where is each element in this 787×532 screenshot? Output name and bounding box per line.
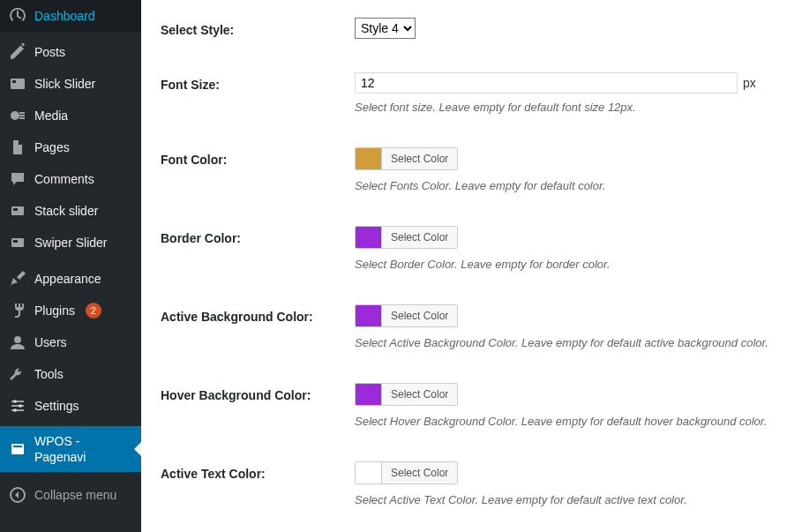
font-size-input[interactable]	[355, 72, 738, 94]
font-color-label: Font Color:	[161, 147, 355, 167]
sidebar-item-label: Appearance	[34, 271, 101, 287]
border-color-picker[interactable]: Select Color	[355, 226, 458, 249]
sidebar-item-settings[interactable]: Settings	[0, 390, 141, 422]
font-color-swatch	[356, 148, 382, 169]
stack-slider-icon	[9, 202, 26, 220]
hover-bg-desc: Select Hover Background Color. Leave emp…	[355, 415, 769, 428]
sidebar-item-swiper-slider[interactable]: Swiper Slider	[0, 227, 141, 259]
sidebar-item-slick-slider[interactable]: Slick Slider	[0, 68, 141, 100]
slick-slider-icon	[9, 75, 26, 93]
svg-rect-4	[13, 208, 18, 211]
sidebar-item-label: Dashboard	[34, 8, 95, 24]
border-color-button[interactable]: Select Color	[382, 227, 457, 248]
sidebar-item-label: WPOS - Pagenavi	[34, 433, 134, 465]
users-icon	[9, 333, 26, 351]
border-color-swatch	[356, 227, 382, 248]
font-color-desc: Select Fonts Color. Leave empty for defa…	[355, 179, 769, 192]
hover-bg-swatch	[356, 384, 382, 405]
sidebar-item-appearance[interactable]: Appearance	[0, 263, 141, 295]
sidebar-collapse[interactable]: Collapse menu	[0, 479, 141, 511]
swiper-slider-icon	[9, 234, 26, 251]
active-text-swatch	[356, 462, 382, 483]
svg-point-7	[14, 336, 21, 343]
sidebar-item-tools[interactable]: Tools	[0, 358, 141, 390]
sidebar-item-stack-slider[interactable]: Stack slider	[0, 195, 141, 227]
settings-icon	[9, 397, 26, 415]
svg-point-12	[19, 404, 22, 408]
active-bg-button[interactable]: Select Color	[382, 305, 457, 326]
svg-rect-1	[12, 80, 16, 83]
sidebar-item-label: Posts	[34, 44, 65, 60]
border-color-desc: Select Border Color. Leave empty for bor…	[355, 258, 769, 271]
sidebar-item-label: Settings	[34, 398, 79, 414]
font-size-label: Font Size:	[161, 72, 355, 92]
media-icon	[9, 107, 26, 124]
sidebar-item-label: Pages	[34, 139, 70, 155]
sidebar-item-dashboard[interactable]: Dashboard	[0, 0, 141, 32]
sidebar-item-label: Swiper Slider	[34, 235, 107, 251]
sidebar-item-label: Media	[34, 108, 68, 124]
svg-rect-6	[13, 240, 18, 243]
select-style-dropdown[interactable]: Style 4	[355, 18, 416, 39]
font-size-unit: px	[743, 76, 756, 90]
sidebar-item-label: Plugins	[34, 303, 75, 318]
pagenavi-icon	[9, 440, 26, 458]
active-bg-label: Active Background Color:	[161, 304, 355, 324]
comments-icon	[9, 170, 26, 188]
plugins-icon	[9, 302, 26, 319]
posts-icon	[9, 43, 26, 61]
sidebar-item-comments[interactable]: Comments	[0, 163, 141, 195]
active-bg-picker[interactable]: Select Color	[355, 304, 458, 327]
pages-icon	[9, 139, 26, 156]
select-style-label: Select Style:	[161, 18, 355, 37]
font-size-desc: Select font size. Leave empty for defaul…	[355, 101, 769, 114]
tools-icon	[9, 365, 26, 383]
sidebar-item-label: Comments	[34, 171, 94, 187]
active-text-label: Active Text Color:	[161, 461, 355, 481]
svg-point-11	[13, 400, 17, 403]
active-text-desc: Select Active Text Color. Leave empty fo…	[355, 493, 769, 506]
settings-panel: Select Style: Style 4 Font Size: px Sele…	[141, 0, 787, 532]
border-color-label: Border Color:	[161, 226, 355, 245]
sidebar-item-media[interactable]: Media	[0, 100, 141, 131]
active-bg-desc: Select Active Background Color. Leave em…	[355, 336, 769, 349]
sidebar-item-label: Collapse menu	[34, 487, 116, 503]
svg-point-2	[11, 111, 19, 120]
collapse-icon	[9, 486, 26, 504]
admin-sidebar: Dashboard Posts Slick Slider Media Pages…	[0, 0, 141, 532]
active-text-button[interactable]: Select Color	[382, 462, 457, 483]
sidebar-item-posts[interactable]: Posts	[0, 36, 141, 68]
active-text-picker[interactable]: Select Color	[355, 461, 458, 484]
dashboard-icon	[9, 7, 26, 25]
appearance-icon	[9, 270, 26, 288]
active-bg-swatch	[356, 305, 382, 326]
sidebar-item-label: Slick Slider	[34, 76, 95, 92]
font-color-picker[interactable]: Select Color	[355, 147, 458, 170]
hover-bg-label: Hover Background Color:	[161, 383, 355, 402]
sidebar-item-pages[interactable]: Pages	[0, 131, 141, 163]
sidebar-item-users[interactable]: Users	[0, 326, 141, 358]
sidebar-item-plugins[interactable]: Plugins 2	[0, 295, 141, 326]
svg-rect-15	[13, 446, 22, 447]
sidebar-item-wpos-pagenavi[interactable]: WPOS - Pagenavi	[0, 426, 141, 472]
svg-rect-14	[11, 444, 24, 454]
sidebar-item-label: Tools	[34, 366, 64, 382]
svg-rect-0	[11, 79, 25, 89]
hover-bg-picker[interactable]: Select Color	[355, 383, 458, 406]
font-color-button[interactable]: Select Color	[382, 148, 457, 169]
svg-point-13	[13, 408, 17, 412]
plugins-update-badge: 2	[86, 303, 101, 318]
sidebar-item-label: Users	[34, 334, 67, 350]
hover-bg-button[interactable]: Select Color	[382, 384, 457, 405]
sidebar-item-label: Stack slider	[34, 203, 98, 219]
